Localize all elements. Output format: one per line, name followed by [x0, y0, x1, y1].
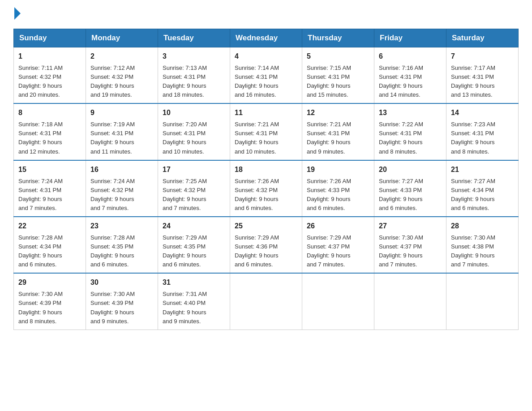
logo [13, 9, 21, 20]
calendar-cell: 17Sunrise: 7:25 AMSunset: 4:32 PMDayligh… [158, 160, 230, 217]
day-number: 9 [90, 107, 153, 119]
day-number: 10 [163, 107, 225, 119]
day-info: Sunrise: 7:17 AMSunset: 4:31 PMDaylight:… [451, 64, 514, 100]
day-info: Sunrise: 7:24 AMSunset: 4:32 PMDaylight:… [90, 177, 153, 213]
day-number: 7 [451, 51, 514, 62]
day-info: Sunrise: 7:11 AMSunset: 4:32 PMDaylight:… [18, 64, 81, 100]
day-info: Sunrise: 7:29 AMSunset: 4:37 PMDaylight:… [307, 233, 369, 270]
day-number: 11 [235, 107, 297, 119]
logo-triangle-icon [14, 7, 21, 20]
day-info: Sunrise: 7:23 AMSunset: 4:31 PMDaylight:… [451, 120, 514, 156]
calendar-cell: 15Sunrise: 7:24 AMSunset: 4:31 PMDayligh… [14, 160, 86, 217]
day-number: 13 [379, 107, 442, 119]
calendar-cell: 16Sunrise: 7:24 AMSunset: 4:32 PMDayligh… [86, 160, 158, 217]
day-number: 1 [18, 51, 81, 62]
day-number: 22 [18, 221, 81, 232]
day-info: Sunrise: 7:30 AMSunset: 4:39 PMDaylight:… [18, 290, 81, 326]
calendar-cell: 24Sunrise: 7:29 AMSunset: 4:35 PMDayligh… [158, 217, 230, 273]
day-info: Sunrise: 7:28 AMSunset: 4:34 PMDaylight:… [18, 233, 81, 270]
day-number: 25 [235, 221, 297, 232]
day-number: 29 [18, 277, 81, 288]
day-info: Sunrise: 7:22 AMSunset: 4:31 PMDaylight:… [379, 120, 442, 156]
day-number: 17 [163, 164, 225, 176]
day-info: Sunrise: 7:30 AMSunset: 4:38 PMDaylight:… [451, 233, 514, 270]
day-info: Sunrise: 7:25 AMSunset: 4:32 PMDaylight:… [163, 177, 225, 213]
calendar-cell: 30Sunrise: 7:30 AMSunset: 4:39 PMDayligh… [86, 273, 158, 330]
calendar-cell: 26Sunrise: 7:29 AMSunset: 4:37 PMDayligh… [302, 217, 374, 273]
calendar-cell: 29Sunrise: 7:30 AMSunset: 4:39 PMDayligh… [14, 273, 86, 330]
col-header-monday: Monday [86, 29, 158, 47]
calendar-cell: 7Sunrise: 7:17 AMSunset: 4:31 PMDaylight… [446, 47, 519, 104]
col-header-wednesday: Wednesday [230, 29, 302, 47]
calendar-cell [230, 273, 302, 330]
calendar-week-row: 1Sunrise: 7:11 AMSunset: 4:32 PMDaylight… [14, 47, 519, 104]
calendar-cell: 13Sunrise: 7:22 AMSunset: 4:31 PMDayligh… [374, 103, 446, 160]
calendar-cell: 27Sunrise: 7:30 AMSunset: 4:37 PMDayligh… [374, 217, 446, 273]
calendar-week-row: 8Sunrise: 7:18 AMSunset: 4:31 PMDaylight… [14, 103, 519, 160]
day-info: Sunrise: 7:28 AMSunset: 4:35 PMDaylight:… [90, 233, 153, 270]
calendar-week-row: 15Sunrise: 7:24 AMSunset: 4:31 PMDayligh… [14, 160, 519, 217]
calendar-cell: 14Sunrise: 7:23 AMSunset: 4:31 PMDayligh… [446, 103, 519, 160]
calendar-cell [446, 273, 519, 330]
day-info: Sunrise: 7:26 AMSunset: 4:33 PMDaylight:… [307, 177, 369, 213]
day-number: 12 [307, 107, 369, 119]
day-info: Sunrise: 7:27 AMSunset: 4:33 PMDaylight:… [379, 177, 442, 213]
day-info: Sunrise: 7:21 AMSunset: 4:31 PMDaylight:… [307, 120, 369, 156]
day-number: 14 [451, 107, 514, 119]
calendar-cell: 12Sunrise: 7:21 AMSunset: 4:31 PMDayligh… [302, 103, 374, 160]
calendar-cell: 5Sunrise: 7:15 AMSunset: 4:31 PMDaylight… [302, 47, 374, 104]
calendar-cell: 11Sunrise: 7:21 AMSunset: 4:31 PMDayligh… [230, 103, 302, 160]
day-number: 6 [379, 51, 442, 62]
day-number: 27 [379, 221, 442, 232]
calendar-cell [302, 273, 374, 330]
col-header-thursday: Thursday [302, 29, 374, 47]
calendar-cell: 6Sunrise: 7:16 AMSunset: 4:31 PMDaylight… [374, 47, 446, 104]
calendar-cell: 10Sunrise: 7:20 AMSunset: 4:31 PMDayligh… [158, 103, 230, 160]
calendar-cell: 25Sunrise: 7:29 AMSunset: 4:36 PMDayligh… [230, 217, 302, 273]
day-number: 19 [307, 164, 369, 176]
calendar-table: SundayMondayTuesdayWednesdayThursdayFrid… [13, 29, 519, 330]
calendar-cell: 22Sunrise: 7:28 AMSunset: 4:34 PMDayligh… [14, 217, 86, 273]
day-number: 2 [90, 51, 153, 62]
day-number: 28 [451, 221, 514, 232]
calendar-cell: 19Sunrise: 7:26 AMSunset: 4:33 PMDayligh… [302, 160, 374, 217]
calendar-cell: 8Sunrise: 7:18 AMSunset: 4:31 PMDaylight… [14, 103, 86, 160]
day-info: Sunrise: 7:19 AMSunset: 4:31 PMDaylight:… [90, 120, 153, 156]
calendar-cell: 23Sunrise: 7:28 AMSunset: 4:35 PMDayligh… [86, 217, 158, 273]
day-number: 15 [18, 164, 81, 176]
calendar-cell: 31Sunrise: 7:31 AMSunset: 4:40 PMDayligh… [158, 273, 230, 330]
day-info: Sunrise: 7:30 AMSunset: 4:37 PMDaylight:… [379, 233, 442, 270]
day-info: Sunrise: 7:26 AMSunset: 4:32 PMDaylight:… [235, 177, 297, 213]
day-info: Sunrise: 7:29 AMSunset: 4:36 PMDaylight:… [235, 233, 297, 270]
day-number: 8 [18, 107, 81, 119]
calendar-cell: 21Sunrise: 7:27 AMSunset: 4:34 PMDayligh… [446, 160, 519, 217]
day-number: 26 [307, 221, 369, 232]
calendar-cell [374, 273, 446, 330]
day-info: Sunrise: 7:13 AMSunset: 4:31 PMDaylight:… [163, 64, 225, 100]
day-number: 20 [379, 164, 442, 176]
day-number: 30 [90, 277, 153, 288]
day-info: Sunrise: 7:24 AMSunset: 4:31 PMDaylight:… [18, 177, 81, 213]
day-info: Sunrise: 7:29 AMSunset: 4:35 PMDaylight:… [163, 233, 225, 270]
day-info: Sunrise: 7:15 AMSunset: 4:31 PMDaylight:… [307, 64, 369, 100]
day-info: Sunrise: 7:16 AMSunset: 4:31 PMDaylight:… [379, 64, 442, 100]
calendar-week-row: 22Sunrise: 7:28 AMSunset: 4:34 PMDayligh… [14, 217, 519, 273]
day-info: Sunrise: 7:20 AMSunset: 4:31 PMDaylight:… [163, 120, 225, 156]
day-info: Sunrise: 7:30 AMSunset: 4:39 PMDaylight:… [90, 290, 153, 326]
calendar-cell: 2Sunrise: 7:12 AMSunset: 4:32 PMDaylight… [86, 47, 158, 104]
calendar-cell: 18Sunrise: 7:26 AMSunset: 4:32 PMDayligh… [230, 160, 302, 217]
col-header-sunday: Sunday [14, 29, 86, 47]
day-info: Sunrise: 7:27 AMSunset: 4:34 PMDaylight:… [451, 177, 514, 213]
day-number: 31 [163, 277, 225, 288]
col-header-saturday: Saturday [446, 29, 519, 47]
day-number: 18 [235, 164, 297, 176]
day-info: Sunrise: 7:21 AMSunset: 4:31 PMDaylight:… [235, 120, 297, 156]
calendar-cell: 28Sunrise: 7:30 AMSunset: 4:38 PMDayligh… [446, 217, 519, 273]
calendar-week-row: 29Sunrise: 7:30 AMSunset: 4:39 PMDayligh… [14, 273, 519, 330]
day-number: 21 [451, 164, 514, 176]
day-number: 5 [307, 51, 369, 62]
page-header [13, 9, 519, 20]
calendar-header-row: SundayMondayTuesdayWednesdayThursdayFrid… [14, 29, 519, 47]
calendar-cell: 9Sunrise: 7:19 AMSunset: 4:31 PMDaylight… [86, 103, 158, 160]
day-info: Sunrise: 7:18 AMSunset: 4:31 PMDaylight:… [18, 120, 81, 156]
